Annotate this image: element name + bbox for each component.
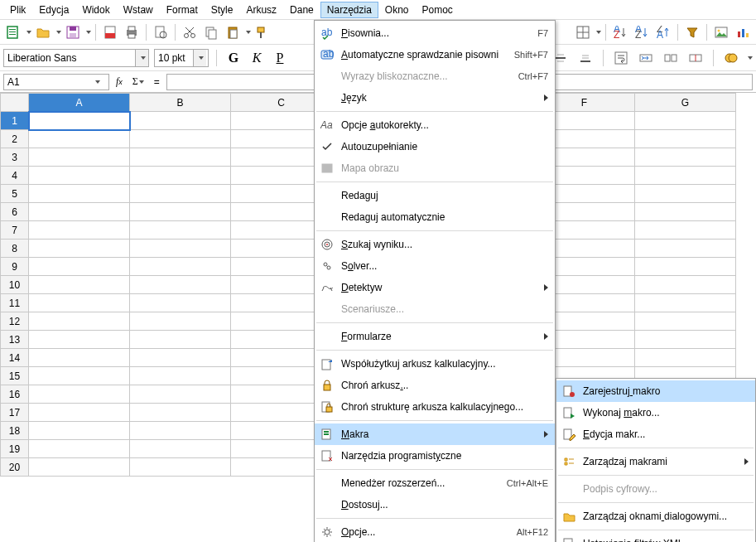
tools-item-23[interactable]: Makra <box>315 423 555 445</box>
cell-A3[interactable] <box>29 148 130 167</box>
clone-format-icon[interactable] <box>253 22 272 42</box>
tools-item-6[interactable]: Autouzupełnianie <box>315 136 555 157</box>
open-icon[interactable] <box>33 22 53 42</box>
cell-A15[interactable] <box>29 367 130 385</box>
menu-wstaw[interactable]: Wstaw <box>117 2 160 18</box>
cell-A4[interactable] <box>29 167 130 185</box>
sort-asc-icon[interactable]: AZ <box>632 22 652 42</box>
menu-edycja[interactable]: Edycja <box>32 2 75 18</box>
select-all-corner[interactable] <box>1 94 29 112</box>
print-preview-icon[interactable] <box>151 22 171 42</box>
macro-item-10[interactable]: Ustawienia filtrów XML... <box>556 533 755 542</box>
macro-item-8[interactable]: Zarządzaj oknami dialogowymi... <box>556 506 755 527</box>
cell-A2[interactable] <box>29 130 130 148</box>
cell-A16[interactable] <box>29 385 130 404</box>
tools-item-0[interactable]: abPisownia...F7 <box>315 22 555 44</box>
paste-icon[interactable] <box>223 22 243 42</box>
italic-button[interactable]: K <box>248 51 266 65</box>
cell-A12[interactable] <box>29 312 130 331</box>
print-icon[interactable] <box>122 22 142 42</box>
col-header-G[interactable]: G <box>635 94 736 112</box>
formula-eq-icon[interactable]: = <box>151 76 163 88</box>
row-header-12[interactable]: 12 <box>1 312 29 331</box>
cell-B8[interactable] <box>130 240 231 258</box>
copy-icon[interactable] <box>201 22 221 42</box>
row-header-7[interactable]: 7 <box>1 221 29 240</box>
autofilter-icon[interactable] <box>682 22 702 42</box>
cell-G7[interactable] <box>635 221 736 240</box>
cell-B10[interactable] <box>130 276 231 294</box>
split-cells-icon[interactable] <box>686 48 705 68</box>
cell-A14[interactable] <box>29 349 130 367</box>
cell-B19[interactable] <box>130 440 231 458</box>
row-header-8[interactable]: 8 <box>1 240 29 258</box>
cell-G14[interactable] <box>635 349 736 367</box>
row-header-16[interactable]: 16 <box>1 385 29 404</box>
insert-chart-icon[interactable] <box>733 22 753 42</box>
row-header-19[interactable]: 19 <box>1 440 29 458</box>
menu-style[interactable]: Style <box>205 2 240 18</box>
font-name-combo[interactable] <box>3 49 149 67</box>
bold-button[interactable]: G <box>224 51 243 65</box>
new-doc-icon[interactable] <box>3 22 23 42</box>
tools-item-14[interactable]: Detektyw <box>315 277 555 298</box>
tools-item-26[interactable]: Menedżer rozszerzeń...Ctrl+Alt+E <box>315 472 555 494</box>
tools-item-19[interactable]: Współużytkuj arkusz kalkulacyjny... <box>315 353 555 375</box>
tools-item-27[interactable]: Dostosuj... <box>315 494 555 515</box>
cell-G6[interactable] <box>635 203 736 221</box>
cell-A8[interactable] <box>29 240 130 258</box>
row-header-10[interactable]: 10 <box>1 276 29 294</box>
cell-B14[interactable] <box>130 349 231 367</box>
unmerge-cells-icon[interactable] <box>661 48 681 68</box>
tools-item-10[interactable]: Redaguj automatycznie <box>315 206 555 228</box>
macro-item-1[interactable]: Wykonaj makro... <box>556 402 755 423</box>
sort-az-icon[interactable]: AZ <box>610 22 630 42</box>
cell-B15[interactable] <box>130 367 231 385</box>
row-header-5[interactable]: 5 <box>1 185 29 203</box>
insert-image-icon[interactable] <box>711 22 731 42</box>
row-header-6[interactable]: 6 <box>1 203 29 221</box>
menu-widok[interactable]: Widok <box>75 2 116 18</box>
cell-reference-dropdown[interactable] <box>94 76 100 88</box>
macro-item-4[interactable]: Zarządzaj makrami <box>556 451 755 472</box>
cut-icon[interactable] <box>180 22 200 42</box>
menu-dane[interactable]: Dane <box>283 2 320 18</box>
sort-desc-icon[interactable]: ZA <box>653 22 673 42</box>
menu-plik[interactable]: Plik <box>3 2 32 18</box>
row-header-15[interactable]: 15 <box>1 367 29 385</box>
cell-G5[interactable] <box>635 185 736 203</box>
row-header-1[interactable]: 1 <box>1 112 29 130</box>
cell-B3[interactable] <box>130 148 231 167</box>
cell-A6[interactable] <box>29 203 130 221</box>
tools-item-13[interactable]: Solver... <box>315 255 555 277</box>
cell-B6[interactable] <box>130 203 231 221</box>
cell-A13[interactable] <box>29 331 130 349</box>
tools-item-3[interactable]: Język <box>315 87 555 109</box>
menu-okno[interactable]: Okno <box>378 2 416 18</box>
row-header-13[interactable]: 13 <box>1 331 29 349</box>
cell-G1[interactable] <box>635 112 736 130</box>
tools-item-20[interactable]: Chroń arkusz... <box>315 375 555 396</box>
row-header-9[interactable]: 9 <box>1 258 29 276</box>
tools-item-5[interactable]: AaOpcje autokorekty... <box>315 114 555 136</box>
row-header-18[interactable]: 18 <box>1 422 29 440</box>
sum-icon[interactable]: Σ <box>129 75 147 88</box>
tools-item-12[interactable]: Szukaj wyniku... <box>315 234 555 255</box>
cell-A5[interactable] <box>29 185 130 203</box>
font-size-dropdown[interactable] <box>193 50 206 66</box>
cell-reference-input[interactable] <box>4 76 94 88</box>
wrap-text-icon[interactable] <box>611 48 631 68</box>
font-size-input[interactable] <box>155 50 193 66</box>
row-header-3[interactable]: 3 <box>1 148 29 167</box>
cell-G3[interactable] <box>635 148 736 167</box>
cell-B11[interactable] <box>130 294 231 312</box>
cell-B9[interactable] <box>130 258 231 276</box>
cell-G4[interactable] <box>635 167 736 185</box>
macro-item-0[interactable]: Zarejestruj makro <box>556 380 755 402</box>
cell-B2[interactable] <box>130 130 231 148</box>
cell-A7[interactable] <box>29 221 130 240</box>
tools-item-17[interactable]: Formularze <box>315 326 555 347</box>
menu-arkusz[interactable]: Arkusz <box>239 2 283 18</box>
cell-G12[interactable] <box>635 312 736 331</box>
cell-B13[interactable] <box>130 331 231 349</box>
